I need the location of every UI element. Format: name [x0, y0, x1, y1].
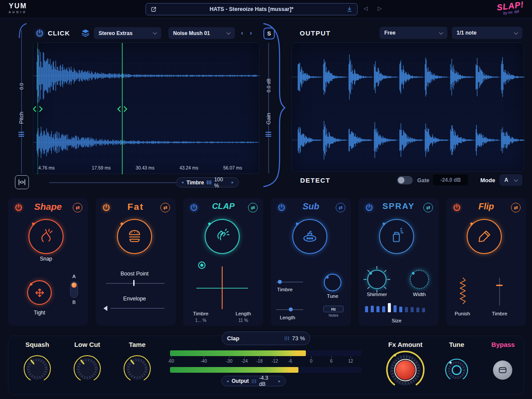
decrement-icon[interactable]: ◂: [181, 180, 184, 184]
clap-macro-value: 73 %: [292, 335, 305, 342]
increment-icon[interactable]: ▸: [278, 379, 280, 383]
chevron-down-icon: [514, 30, 518, 35]
output-waveform-display[interactable]: [291, 42, 524, 172]
zoom-fit-icon: [18, 178, 26, 187]
output-gain-slider[interactable]: ◂ Output -4.3 dB ▸: [221, 376, 286, 386]
submarine-icon: [301, 227, 319, 246]
slap-brand-logo: SLAP! by mr. bill: [496, 0, 525, 16]
shimmer-label: Shimmer: [367, 292, 387, 297]
punish-zigzag-slider[interactable]: [458, 277, 467, 307]
gate-toggle[interactable]: [397, 176, 413, 184]
shimmer-knob[interactable]: [367, 270, 387, 289]
export-preset-icon[interactable]: [150, 6, 157, 13]
click-sample-dropdown[interactable]: Noise Mush 01: [168, 27, 235, 39]
drag-handle-icon[interactable]: [207, 180, 211, 184]
flip-timbre-slider[interactable]: [499, 278, 500, 306]
save-preset-icon[interactable]: [346, 6, 353, 13]
flip-timbre-handle[interactable]: [496, 285, 503, 286]
timbre-slider-track[interactable]: [49, 182, 176, 183]
pitch-slider-handle[interactable]: [18, 132, 24, 137]
hz-notes-toggle[interactable]: Hz: [323, 306, 344, 312]
gain-label: Gain: [266, 113, 272, 124]
snap-fingers-icon: [37, 227, 55, 246]
gain-slider-track[interactable]: [268, 43, 269, 173]
boost-point-handle[interactable]: [133, 280, 135, 286]
envelope-slider[interactable]: [110, 308, 165, 309]
move-arrows-icon: [34, 287, 46, 299]
meter-tick-label: -18: [256, 359, 262, 364]
clap-macro-slider[interactable]: Clap 73 %: [222, 332, 310, 345]
fat-swap-icon[interactable]: ⇄: [160, 203, 170, 212]
envelope-handle-icon[interactable]: [103, 306, 107, 311]
module-flip: Flip ⇄ Punish Timbre: [446, 198, 526, 326]
ab-label-a: A: [72, 274, 75, 279]
click-power-button[interactable]: [35, 28, 44, 38]
meter-fill: [170, 367, 298, 373]
drag-handle-icon[interactable]: [252, 379, 256, 383]
squash-knob[interactable]: [21, 353, 53, 385]
bypass-icon: [498, 365, 507, 375]
sub-timbre-handle[interactable]: [278, 280, 282, 284]
sub-tune-knob[interactable]: [324, 274, 341, 291]
output-note-dropdown[interactable]: 1/1 note: [452, 27, 522, 39]
chevron-down-icon: [227, 30, 231, 35]
clap-y-axis[interactable]: [222, 266, 223, 309]
size-meter[interactable]: [365, 301, 433, 312]
preset-prev-button[interactable]: ◁: [364, 6, 368, 11]
gain-slider-handle[interactable]: [266, 132, 271, 137]
flip-swap-icon[interactable]: ⇄: [511, 203, 521, 212]
sub-knob[interactable]: [292, 219, 327, 254]
logo-yum-text: YUM: [9, 2, 27, 10]
click-timbre-slider[interactable]: ◂ Timbre 100 % ▸: [176, 177, 239, 187]
toggle-knob: [398, 177, 404, 184]
zoom-fit-button[interactable]: [15, 175, 29, 189]
time-label: 43.24 ms: [179, 165, 198, 170]
squash-label: Squash: [25, 341, 49, 348]
time-label: 4.76 ms: [38, 165, 54, 170]
fx-amount-knob[interactable]: [384, 349, 426, 391]
drag-handle-icon[interactable]: [285, 336, 289, 340]
tight-knob[interactable]: [27, 280, 52, 305]
preset-name[interactable]: HATS - Stereoize Hats [mussar]*: [157, 6, 346, 12]
sample-next-button[interactable]: ›: [250, 29, 252, 36]
preset-bar[interactable]: HATS - Stereoize Hats [mussar]*: [145, 3, 358, 15]
sub-timbre-label: Timbre: [277, 287, 292, 292]
snap-knob[interactable]: [28, 219, 64, 254]
decrement-icon[interactable]: ◂: [227, 379, 229, 383]
size-meter-bar: [376, 306, 379, 312]
clap-mode-button[interactable]: [198, 261, 206, 269]
clap-swap-icon[interactable]: ⇄: [248, 203, 258, 212]
click-category-dropdown[interactable]: Stereo Extras: [94, 27, 161, 39]
tune-knob[interactable]: [443, 356, 471, 384]
spray-swap-icon[interactable]: ⇄: [423, 203, 433, 212]
tame-label: Tame: [129, 341, 145, 348]
bypass-button[interactable]: [493, 360, 512, 380]
preset-next-button[interactable]: ▷: [378, 6, 382, 11]
fat-knob[interactable]: [117, 219, 152, 254]
lowcut-knob[interactable]: [71, 353, 103, 385]
ab-toggle[interactable]: [70, 281, 78, 298]
sub-swap-icon[interactable]: ⇄: [336, 203, 345, 212]
module-sub: Sub ⇄ Timbre Tune Length Hz Notes: [271, 198, 351, 326]
sub-length-handle[interactable]: [289, 307, 293, 311]
boost-point-slider[interactable]: [106, 283, 165, 284]
spray-knob[interactable]: [379, 219, 414, 254]
meter-tick-label: -12: [272, 359, 278, 364]
width-knob[interactable]: [410, 270, 429, 289]
increment-icon[interactable]: ▸: [231, 180, 234, 184]
mode-dropdown[interactable]: A: [500, 174, 522, 186]
output-sync-dropdown[interactable]: Free: [379, 27, 447, 39]
size-meter-bar: [382, 306, 385, 312]
chevron-down-icon: [153, 30, 157, 35]
layers-icon[interactable]: [81, 28, 90, 38]
yum-audio-logo[interactable]: YUM AUDIO: [9, 2, 27, 14]
click-waveform-display[interactable]: 4.76 ms 17.59 ms 30.43 ms 43.24 ms 56.07…: [33, 42, 259, 174]
pencil-icon: [475, 227, 493, 246]
tame-knob[interactable]: [121, 353, 153, 385]
sample-prev-button[interactable]: ‹: [241, 29, 243, 36]
clap-knob[interactable]: [205, 219, 240, 254]
shape-swap-icon[interactable]: ⇄: [73, 203, 82, 212]
flip-knob[interactable]: [467, 219, 502, 254]
gate-threshold-field[interactable]: -24.0 dB: [433, 174, 468, 185]
pitch-slider-track[interactable]: [21, 30, 22, 173]
